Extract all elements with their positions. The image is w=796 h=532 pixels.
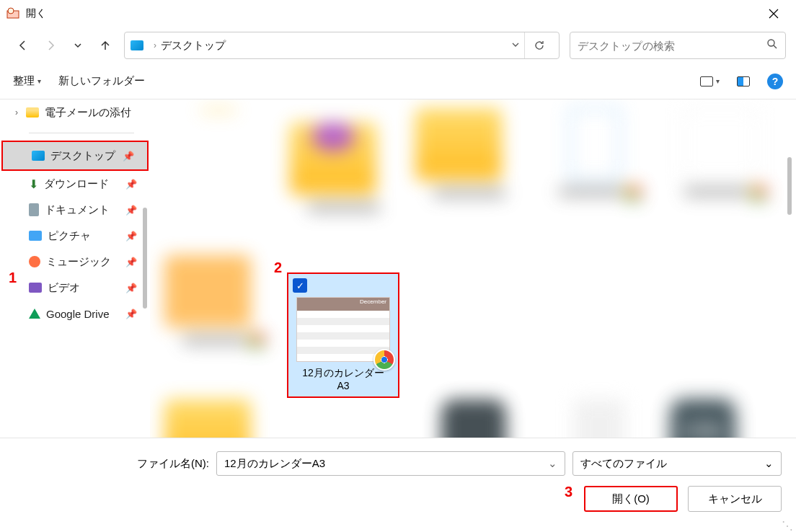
file-thumb[interactable]	[666, 108, 774, 238]
annotation-3: 3	[565, 484, 572, 500]
pin-icon: 📌	[125, 309, 137, 319]
preview-pane-button[interactable]	[737, 76, 750, 87]
download-icon: ⬇	[29, 177, 38, 191]
nav-row: › デスクトップ	[0, 27, 796, 63]
path-segment[interactable]: デスクトップ	[161, 39, 226, 53]
address-bar[interactable]: › デスクトップ	[124, 32, 560, 59]
chevron-right-icon: ›	[154, 40, 156, 50]
pin-icon: 📌	[125, 205, 137, 216]
tree-label: 電子メールの添付	[45, 106, 131, 120]
sidebar-item-videos[interactable]: ビデオ 📌	[0, 275, 150, 301]
svg-point-1	[8, 8, 14, 14]
tree-label: ビデオ	[48, 281, 80, 295]
recent-dropdown[interactable]	[65, 32, 91, 58]
chevron-right-icon: ›	[13, 107, 20, 118]
caret-down-icon: ▾	[716, 77, 720, 85]
caret-down-icon[interactable]: ⌄	[764, 457, 774, 470]
checkbox-checked-icon[interactable]: ✓	[293, 278, 307, 293]
pin-icon: 📌	[125, 257, 137, 267]
close-button[interactable]	[757, 0, 790, 27]
pin-icon: 📌	[123, 151, 134, 161]
pin-icon: 📌	[125, 179, 137, 190]
file-thumb[interactable]	[545, 399, 653, 438]
sidebar-item-documents[interactable]: ドキュメント 📌	[0, 197, 150, 223]
title-bar: 開く	[0, 0, 796, 27]
file-thumb[interactable]	[415, 108, 523, 238]
file-name-label: 12月のカレンダー A3	[293, 366, 394, 392]
file-thumb[interactable]	[164, 108, 273, 238]
organize-label: 整理	[13, 74, 35, 88]
annotation-1: 1	[9, 270, 17, 286]
path-dropdown[interactable]	[507, 39, 524, 52]
caret-down-icon: ▾	[37, 77, 41, 85]
filter-label: すべてのファイル	[580, 457, 667, 471]
view-mode-button[interactable]: ▾	[700, 76, 720, 87]
open-button[interactable]: 開く(O)	[584, 486, 678, 512]
file-thumb[interactable]	[290, 108, 398, 238]
resize-grip[interactable]	[783, 519, 793, 529]
tree-label: ピクチャ	[48, 229, 91, 243]
pin-icon: 📌	[125, 283, 137, 293]
document-icon	[29, 203, 39, 216]
music-icon	[29, 256, 40, 267]
pin-icon: 📌	[125, 231, 137, 241]
new-folder-button[interactable]: 新しいフォルダー	[58, 74, 145, 88]
thumbnail-row	[164, 108, 782, 385]
tree-label: Google Drive	[46, 308, 110, 320]
dialog-footer: ファイル名(N): 12月のカレンダーA3 ⌄ すべてのファイル ⌄ 3 開く(…	[0, 438, 796, 520]
file-name-input[interactable]: 12月のカレンダーA3 ⌄	[216, 451, 565, 476]
caret-down-icon[interactable]: ⌄	[548, 457, 557, 470]
desktop-icon	[32, 151, 45, 161]
help-button[interactable]: ?	[767, 74, 783, 89]
svg-point-2	[768, 40, 774, 46]
file-name-row: ファイル名(N): 12月のカレンダーA3 ⌄ すべてのファイル ⌄	[14, 451, 782, 476]
tree-item-email-attach[interactable]: › 電子メールの添付	[0, 99, 150, 125]
thumbnail-row: CS	[164, 399, 782, 438]
file-thumb[interactable]	[541, 108, 649, 238]
dialog-body: › 電子メールの添付 1 デスクトップ 📌 ⬇ ダウンロード 📌 ドキュメント …	[0, 99, 796, 438]
back-button[interactable]	[10, 32, 36, 58]
refresh-button[interactable]	[524, 32, 553, 58]
gdrive-icon	[29, 309, 40, 319]
sidebar-item-gdrive[interactable]: Google Drive 📌	[0, 301, 150, 327]
folder-icon	[26, 107, 39, 118]
sidebar-scrollbar[interactable]	[140, 208, 150, 431]
toolbar: 整理 ▾ 新しいフォルダー ▾ ?	[0, 63, 796, 99]
view-icon	[700, 76, 713, 87]
button-row: 開く(O) キャンセル	[14, 486, 782, 512]
annotation-2: 2	[274, 260, 282, 276]
sidebar-item-music[interactable]: ミュージック 📌	[0, 249, 150, 275]
search-icon	[766, 38, 778, 53]
file-pane[interactable]: CS 2 ✓ 12月のカレンダー A3	[150, 99, 796, 438]
file-name-value: 12月のカレンダーA3	[224, 457, 325, 471]
sidebar-item-pictures[interactable]: ピクチャ 📌	[0, 223, 150, 249]
forward-button[interactable]	[37, 32, 63, 58]
file-thumb[interactable]: CS	[671, 399, 779, 438]
sidebar-item-desktop[interactable]: デスクトップ 📌	[1, 141, 149, 171]
cancel-button[interactable]: キャンセル	[688, 486, 782, 512]
content-scrollbar[interactable]	[786, 157, 793, 373]
file-thumb[interactable]	[164, 255, 273, 385]
video-icon	[29, 283, 42, 293]
tree-label: ダウンロード	[44, 177, 109, 191]
file-thumb[interactable]	[420, 399, 528, 438]
search-box[interactable]	[570, 32, 786, 59]
window-title: 開く	[26, 7, 46, 20]
up-button[interactable]	[92, 32, 118, 58]
file-name-label: ファイル名(N):	[137, 457, 209, 471]
tree-label: ドキュメント	[45, 203, 110, 217]
preview-pane-icon	[737, 76, 750, 87]
app-icon	[6, 6, 20, 21]
divider	[29, 133, 134, 133]
organize-menu[interactable]: 整理 ▾	[13, 74, 41, 88]
pictures-icon	[29, 231, 42, 241]
tree-label: デスクトップ	[50, 149, 115, 163]
file-thumb[interactable]	[164, 399, 273, 438]
location-icon	[131, 40, 143, 50]
selected-file-thumb[interactable]: ✓ 12月のカレンダー A3	[287, 272, 399, 398]
new-folder-label: 新しいフォルダー	[58, 74, 145, 88]
sidebar-item-downloads[interactable]: ⬇ ダウンロード 📌	[0, 171, 150, 197]
file-type-filter[interactable]: すべてのファイル ⌄	[572, 451, 782, 476]
search-input[interactable]	[578, 40, 766, 52]
sidebar: › 電子メールの添付 1 デスクトップ 📌 ⬇ ダウンロード 📌 ドキュメント …	[0, 99, 150, 438]
